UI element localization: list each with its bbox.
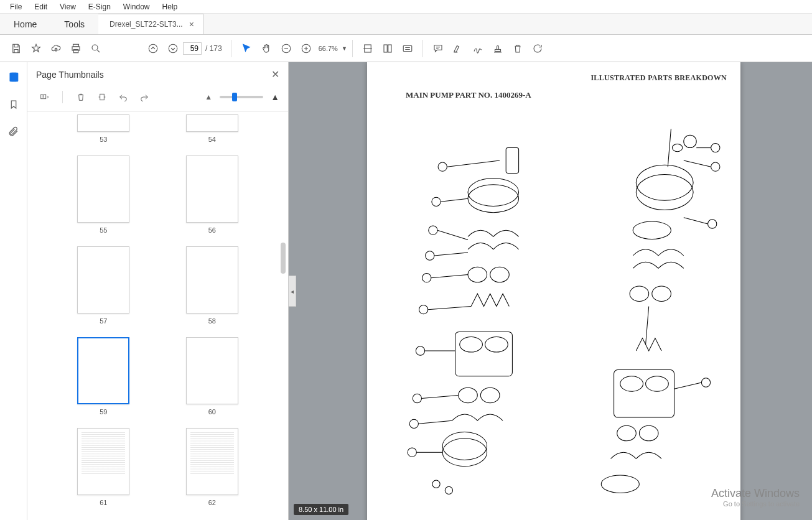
zoom-in-icon[interactable] xyxy=(296,39,316,58)
svg-line-76 xyxy=(674,383,702,389)
delete-page-icon[interactable] xyxy=(73,89,89,105)
thumbnail-page-57[interactable]: 57 xyxy=(52,246,155,325)
menu-file[interactable]: File xyxy=(4,1,28,12)
svg-point-49 xyxy=(438,162,447,171)
svg-point-31 xyxy=(442,432,487,460)
highlight-icon[interactable] xyxy=(448,39,468,58)
thumbnail-page-61[interactable]: 61 xyxy=(52,428,155,506)
menu-esign[interactable]: E-Sign xyxy=(82,1,117,12)
star-icon[interactable] xyxy=(26,39,46,58)
close-tab-icon[interactable]: × xyxy=(189,19,194,29)
undo-thumb-icon[interactable] xyxy=(115,89,131,105)
svg-point-35 xyxy=(684,135,696,147)
svg-point-30 xyxy=(442,439,487,467)
svg-rect-43 xyxy=(614,370,674,418)
thumbnail-page-53[interactable]: 53 xyxy=(52,114,155,143)
svg-line-72 xyxy=(684,160,711,167)
svg-point-38 xyxy=(636,165,693,200)
collapse-panel-handle[interactable]: ◂ xyxy=(289,276,296,307)
menu-window[interactable]: Window xyxy=(117,1,156,12)
comment-icon[interactable] xyxy=(428,39,448,58)
tab-document[interactable]: Drexel_SLT22-SLT3... × xyxy=(98,14,203,34)
menu-edit[interactable]: Edit xyxy=(28,1,54,12)
rotate-page-icon[interactable] xyxy=(94,89,110,105)
thumbnail-label: 60 xyxy=(208,408,216,416)
current-page-input[interactable] xyxy=(183,42,202,55)
menu-help[interactable]: Help xyxy=(156,1,184,12)
thumbnail-page-59[interactable]: 59 xyxy=(52,337,155,416)
svg-point-29 xyxy=(480,388,500,402)
svg-rect-5 xyxy=(73,49,78,52)
read-mode-icon[interactable] xyxy=(398,39,418,58)
svg-point-28 xyxy=(459,388,478,402)
thumbnail-page-55[interactable]: 55 xyxy=(52,156,155,234)
zoom-out-icon[interactable] xyxy=(276,39,296,58)
svg-point-45 xyxy=(646,376,669,391)
svg-point-26 xyxy=(460,337,483,352)
svg-line-64 xyxy=(422,395,459,398)
fit-width-icon[interactable] xyxy=(358,39,378,58)
options-icon[interactable] xyxy=(36,89,52,105)
svg-line-50 xyxy=(447,160,500,167)
tab-tools[interactable]: Tools xyxy=(50,14,98,34)
redo-thumb-icon[interactable] xyxy=(136,89,152,105)
menubar: File Edit View E-Sign Window Help xyxy=(0,0,812,14)
svg-line-52 xyxy=(441,198,468,202)
zoom-dropdown-icon[interactable]: ▼ xyxy=(342,45,347,52)
svg-line-34 xyxy=(668,129,671,167)
bookmarks-rail-button[interactable] xyxy=(5,96,22,113)
delete-icon[interactable] xyxy=(508,39,528,58)
thumbnail-label: 53 xyxy=(100,136,107,143)
svg-point-21 xyxy=(468,185,519,213)
scrollbar-thumb[interactable] xyxy=(281,243,286,274)
workspace: Page Thumbnails ✕ ▲ ▲ 535455565758596061… xyxy=(0,62,812,520)
fit-page-icon[interactable] xyxy=(378,39,398,58)
svg-point-6 xyxy=(92,45,98,50)
menu-view[interactable]: View xyxy=(54,1,82,12)
stamp-icon[interactable] xyxy=(488,39,508,58)
thumbnail-label: 55 xyxy=(100,226,107,234)
svg-point-37 xyxy=(636,174,693,210)
hand-tool-icon[interactable] xyxy=(256,39,276,58)
save-icon[interactable] xyxy=(6,39,26,58)
svg-point-65 xyxy=(409,419,418,428)
rotate-icon[interactable] xyxy=(528,39,548,58)
page-up-icon[interactable] xyxy=(143,39,163,58)
svg-rect-12 xyxy=(384,45,387,52)
svg-point-32 xyxy=(432,480,440,488)
svg-point-7 xyxy=(149,44,157,53)
thumbnail-page-56[interactable]: 56 xyxy=(161,156,264,234)
thumbnail-page-62[interactable]: 62 xyxy=(161,428,264,506)
thumbnail-page-58[interactable]: 58 xyxy=(161,246,264,325)
thumbnail-page-54[interactable]: 54 xyxy=(161,114,264,143)
selection-tool-icon[interactable] xyxy=(236,39,256,58)
search-icon[interactable] xyxy=(86,39,106,58)
print-icon[interactable] xyxy=(66,39,86,58)
svg-rect-15 xyxy=(495,49,500,51)
attachments-rail-button[interactable] xyxy=(5,123,22,141)
navigation-rail xyxy=(0,62,27,520)
document-view[interactable]: ◂ ILLUSTRATED PARTS BREAKDOWN MAIN PUMP … xyxy=(289,62,812,520)
svg-rect-17 xyxy=(11,73,18,81)
sign-icon[interactable] xyxy=(468,39,488,58)
svg-line-54 xyxy=(437,230,468,239)
svg-point-47 xyxy=(639,425,658,440)
thumbnails-scroll-area[interactable]: 53545556575859606162 xyxy=(27,112,288,520)
page-down-icon[interactable] xyxy=(163,39,183,58)
thumbnail-label: 58 xyxy=(208,317,216,325)
svg-point-46 xyxy=(617,425,637,440)
svg-point-61 xyxy=(416,346,424,355)
thumbnail-size-slider[interactable] xyxy=(220,96,263,98)
page-thumbnails-panel: Page Thumbnails ✕ ▲ ▲ 535455565758596061… xyxy=(27,62,289,520)
exploded-view-diagram xyxy=(404,124,722,514)
thumbnail-label: 61 xyxy=(100,499,107,506)
thumbnails-rail-button[interactable] xyxy=(5,68,22,86)
thumbnail-label: 54 xyxy=(208,136,216,143)
svg-line-66 xyxy=(418,420,452,424)
svg-point-63 xyxy=(413,394,421,402)
thumbnail-page-60[interactable]: 60 xyxy=(161,337,264,416)
cloud-icon[interactable] xyxy=(46,39,66,58)
svg-line-60 xyxy=(428,307,471,310)
tab-home[interactable]: Home xyxy=(0,14,50,34)
close-panel-icon[interactable]: ✕ xyxy=(271,68,279,80)
